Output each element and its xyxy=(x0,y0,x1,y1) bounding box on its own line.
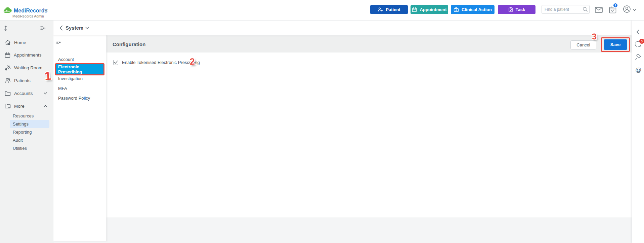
sidebar-item-label: Reporting xyxy=(13,130,32,135)
annotation-step-3: 3 xyxy=(592,32,597,42)
top-bar: MediRecords MediRecords Admin Patient Ap… xyxy=(0,0,644,21)
medical-bag-icon xyxy=(454,7,459,12)
save-button[interactable]: Save xyxy=(604,39,627,50)
annotation-box-step1: Electronic Prescribing xyxy=(55,63,104,75)
system-menu-item-electronic-prescribing[interactable]: Electronic Prescribing xyxy=(56,64,103,74)
sidebar-item-label: Audit xyxy=(13,138,23,143)
menu-item-label: Password Policy xyxy=(58,96,90,101)
appointment-button[interactable]: Appointment xyxy=(411,5,448,14)
configuration-content: Enable Tokenised Electronic Prescribing xyxy=(106,53,632,217)
left-sidebar: Home Appointments Waiting Room Patients … xyxy=(0,21,53,243)
chevron-down-icon[interactable] xyxy=(44,9,48,12)
chevron-down-icon[interactable] xyxy=(633,9,636,11)
sidebar-item-label: Resources xyxy=(13,113,34,118)
system-menu-item-mfa[interactable]: MFA xyxy=(53,84,106,92)
system-menu-item-password-policy[interactable]: Password Policy xyxy=(53,94,106,102)
right-rail: 3 @ xyxy=(632,21,644,243)
system-header: System xyxy=(53,21,632,35)
sidebar-item-label: Waiting Room xyxy=(14,65,42,70)
cancel-button[interactable]: Cancel xyxy=(570,40,596,49)
sidebar-item-label: Home xyxy=(14,40,26,45)
annotation-step-1: 1 xyxy=(44,69,52,82)
sidebar-item-label: More xyxy=(14,104,25,109)
system-menu-item-investigation[interactable]: Investigation xyxy=(53,74,106,82)
menu-item-label: MFA xyxy=(58,86,67,91)
annotation-step-2: 2 xyxy=(189,57,195,67)
person-plus-icon xyxy=(378,7,383,12)
mentions-icon[interactable]: @ xyxy=(635,67,641,74)
appointment-button-label: Appointment xyxy=(420,7,446,12)
folder-icon xyxy=(5,91,11,96)
pin-icon[interactable] xyxy=(635,54,641,60)
menu-item-label: Investigation xyxy=(58,76,83,81)
sidebar-item-label: Utilities xyxy=(13,146,27,151)
collapse-panel-icon[interactable] xyxy=(56,40,61,44)
calendar-icon xyxy=(412,7,417,12)
clinical-action-button[interactable]: Clinical Action xyxy=(451,5,495,14)
sidebar-item-label: Accounts xyxy=(14,91,33,96)
system-menu-panel: Account Electronic Prescribing Investiga… xyxy=(53,35,106,241)
user-avatar-icon[interactable] xyxy=(623,5,631,13)
page-title: Configuration xyxy=(113,41,145,47)
patients-icon xyxy=(5,78,11,83)
sidebar-item-audit[interactable]: Audit xyxy=(10,136,49,144)
patient-button-label: Patient xyxy=(386,7,400,12)
search-icon[interactable] xyxy=(583,7,588,12)
calendar-icon xyxy=(5,52,10,58)
sidebar-item-label: Appointments xyxy=(14,53,42,58)
sidebar-item-resources[interactable]: Resources xyxy=(10,112,49,120)
sidebar-item-utilities[interactable]: Utilities xyxy=(10,144,49,152)
clinical-action-button-label: Clinical Action xyxy=(462,7,492,12)
menu-item-label: Account xyxy=(58,57,74,62)
folder-plus-icon xyxy=(5,103,11,109)
sidebar-item-label: Settings xyxy=(13,122,29,127)
system-menu-item-account[interactable]: Account xyxy=(53,55,106,63)
checkmark-icon xyxy=(114,61,118,64)
checkbox-label: Enable Tokenised Electronic Prescribing xyxy=(122,60,200,65)
tokenised-prescribing-checkbox[interactable] xyxy=(113,60,118,65)
sidebar-item-home[interactable]: Home xyxy=(0,38,53,46)
home-icon xyxy=(5,40,11,45)
workspace-name: MediRecords Admin xyxy=(12,14,44,18)
brand-name: MediRecords xyxy=(14,8,47,14)
chevron-up-icon xyxy=(44,105,47,107)
system-title[interactable]: System xyxy=(66,25,83,31)
mail-icon[interactable] xyxy=(595,7,603,13)
expand-rail-chevron-icon[interactable] xyxy=(636,29,640,35)
back-chevron-icon[interactable] xyxy=(59,25,63,31)
clipboard-check-icon xyxy=(508,7,513,12)
sidebar-item-accounts[interactable]: Accounts xyxy=(0,89,53,97)
appointments-badge: 1 xyxy=(613,3,618,8)
expand-vertical-icon[interactable] xyxy=(3,25,8,31)
task-button-label: Task xyxy=(516,7,525,12)
annotation-box-step3: Save xyxy=(601,37,630,52)
medirecords-logo-icon xyxy=(3,7,13,14)
tokenised-prescribing-setting: Enable Tokenised Electronic Prescribing xyxy=(113,60,200,65)
sidebar-item-more[interactable]: More xyxy=(0,102,53,110)
waiting-room-icon xyxy=(5,65,11,71)
sidebar-item-reporting[interactable]: Reporting xyxy=(10,128,49,136)
chevron-down-icon xyxy=(44,92,47,95)
patient-button[interactable]: Patient xyxy=(370,5,408,14)
sidebar-item-appointments[interactable]: Appointments xyxy=(0,51,53,59)
menu-item-label: Electronic Prescribing xyxy=(58,64,103,74)
sidebar-item-label: Patients xyxy=(14,78,31,83)
chevron-down-icon[interactable] xyxy=(85,27,89,29)
task-button[interactable]: Task xyxy=(498,5,535,14)
configuration-header: Configuration Cancel Save xyxy=(106,36,632,53)
collapse-sidebar-icon[interactable] xyxy=(40,26,46,30)
chat-badge: 3 xyxy=(639,39,644,44)
sidebar-item-settings[interactable]: Settings xyxy=(10,120,49,128)
